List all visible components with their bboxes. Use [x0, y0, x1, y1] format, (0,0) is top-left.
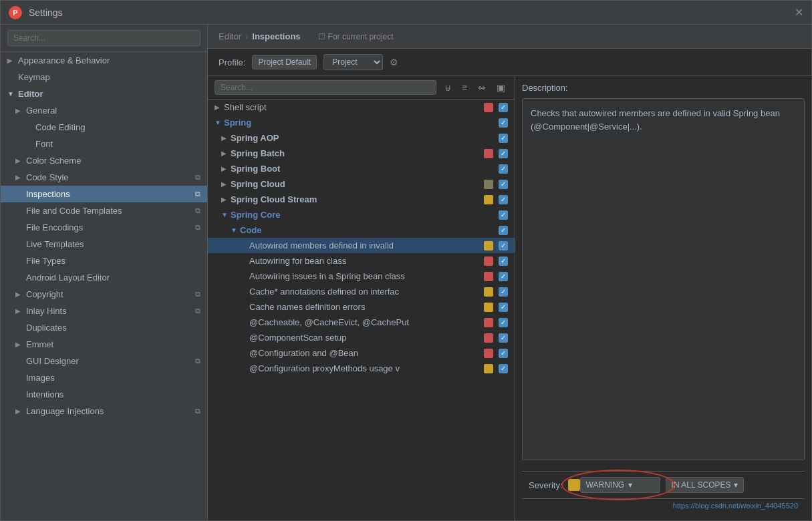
severity-row: Severity: WARNING ▾ IN ALL SCOPES [522, 471, 805, 498]
profile-gear-icon[interactable]: ⚙ [390, 57, 398, 67]
tree-item-spring-boot[interactable]: ▶ Spring Boot [208, 161, 515, 176]
tree-item-label: Cache* annotations defined on interfac [249, 287, 484, 297]
tree-checkbox[interactable] [499, 287, 508, 297]
tree-item-cacheable[interactable]: @Cacheable, @CacheEvict, @CachePut [208, 315, 515, 330]
tree-checkbox[interactable] [499, 149, 508, 158]
copy-icon: ⧉ [195, 206, 200, 215]
sidebar-item-android-layout[interactable]: Android Layout Editor [1, 269, 207, 286]
footer-link[interactable]: https://blog.csdn.net/weixin_44045520 [673, 502, 798, 510]
sidebar-item-appearance[interactable]: ▶ Appearance & Behavior [1, 52, 207, 69]
tree-item-cache-annotations[interactable]: Cache* annotations defined on interfac [208, 284, 515, 299]
tree-item-code[interactable]: ▼ Code [208, 222, 515, 238]
sidebar-item-inspections[interactable]: Inspections ⧉ [1, 186, 207, 202]
sidebar-item-emmet[interactable]: ▶ Emmet [1, 336, 207, 353]
expand-arrow: ▶ [15, 157, 22, 164]
sidebar-item-intentions[interactable]: Intentions [1, 386, 207, 403]
tree-checkbox[interactable] [499, 272, 508, 281]
severity-indicator [484, 241, 493, 250]
expand-arrow: ▼ [7, 90, 14, 98]
sidebar-item-label: Emmet [26, 339, 200, 349]
tree-checkbox[interactable] [499, 256, 508, 266]
tree-item-spring-batch[interactable]: ▶ Spring Batch [208, 146, 515, 161]
tree-item-spring-core[interactable]: ▼ Spring Core [208, 207, 515, 222]
sidebar-item-keymap[interactable]: Keymap [1, 69, 207, 85]
expand-arrow [15, 391, 22, 398]
tree-item-component-scan[interactable]: @ComponentScan setup [208, 330, 515, 345]
tree-item-spring-cloud[interactable]: ▶ Spring Cloud [208, 176, 515, 192]
expand-all-button[interactable]: ≡ [459, 81, 470, 94]
sidebar-item-duplicates[interactable]: Duplicates [1, 319, 207, 336]
sidebar-item-label: Android Layout Editor [26, 273, 200, 283]
tree-checkbox[interactable] [499, 180, 508, 189]
sidebar-item-color-scheme[interactable]: ▶ Color Scheme [1, 152, 207, 169]
sidebar-item-file-code-templates[interactable]: File and Code Templates ⧉ [1, 202, 207, 219]
main-content: ▶ Appearance & Behavior Keymap ▼ Editor … [1, 25, 811, 520]
sidebar-item-images[interactable]: Images [1, 369, 207, 386]
tree-item-configuration-bean[interactable]: @Configuration and @Bean [208, 345, 515, 361]
tree-item-spring-aop[interactable]: ▶ Spring AOP [208, 130, 515, 146]
tree-checkbox[interactable] [499, 134, 508, 143]
tree-checkbox[interactable] [499, 195, 508, 204]
tree-checkbox[interactable] [499, 364, 508, 373]
tree-checkbox[interactable] [499, 226, 508, 235]
tree-checkbox[interactable] [499, 103, 508, 112]
tree-item-autowiring-issues[interactable]: Autowiring issues in a Spring bean class [208, 269, 515, 284]
filter-button[interactable]: ⊎ [442, 81, 454, 94]
tree-checkbox[interactable] [499, 164, 508, 174]
tree-checkbox[interactable] [499, 349, 508, 358]
tree-item-configuration-proxy[interactable]: @Configuration proxyMethods usage v [208, 361, 515, 376]
expand-arrow [25, 124, 31, 131]
group-button[interactable]: ▣ [494, 81, 508, 94]
breadcrumb: Editor › Inspections ☐ For current proje… [208, 25, 811, 49]
breadcrumb-project: ☐ For current project [318, 32, 394, 41]
sidebar-search-container [1, 25, 207, 52]
collapse-all-button[interactable]: ⇔ [475, 81, 489, 94]
sidebar-item-live-templates[interactable]: Live Templates [1, 236, 207, 252]
severity-indicator [484, 103, 493, 112]
tree-item-spring-cloud-stream[interactable]: ▶ Spring Cloud Stream [208, 192, 515, 207]
tree-item-label: Spring Batch [231, 148, 484, 158]
tree-expand-arrow [240, 242, 249, 249]
tree-checkbox[interactable] [499, 318, 508, 327]
copy-icon: ⧉ [195, 357, 200, 365]
sidebar-item-gui-designer[interactable]: GUI Designer ⧉ [1, 353, 207, 369]
tree-item-cache-names[interactable]: Cache names definition errors [208, 299, 515, 315]
tree-expand-arrow [240, 257, 249, 265]
in-all-scopes-button[interactable]: IN ALL SCOPES ▾ [666, 477, 744, 493]
severity-dropdown[interactable]: WARNING ▾ [580, 477, 660, 493]
tree-item-spring[interactable]: ▼ Spring [208, 115, 515, 130]
sidebar-item-file-encodings[interactable]: File Encodings ⧉ [1, 219, 207, 236]
severity-indicator [484, 287, 493, 297]
tree-checkbox[interactable] [499, 241, 508, 250]
sidebar-item-code-style[interactable]: ▶ Code Style ⧉ [1, 169, 207, 186]
sidebar-search-input[interactable] [7, 30, 200, 46]
tree-item-autowired-invalid[interactable]: Autowired members defined in invalid [208, 238, 515, 253]
expand-arrow [15, 324, 22, 331]
tree-expand-arrow [240, 319, 249, 326]
sidebar-item-editor[interactable]: ▼ Editor [1, 85, 207, 102]
sidebar-item-language-injections[interactable]: ▶ Language Injections ⧉ [1, 403, 207, 419]
sidebar-item-inlay-hints[interactable]: ▶ Inlay Hints ⧉ [1, 303, 207, 319]
tree-expand-arrow: ▶ [221, 134, 231, 142]
close-button[interactable]: ✕ [795, 6, 803, 19]
tree-item-autowiring-bean[interactable]: Autowiring for bean class [208, 253, 515, 269]
expand-arrow [15, 257, 22, 265]
sidebar-item-label: Appearance & Behavior [18, 55, 200, 65]
tree-checkbox[interactable] [499, 333, 508, 343]
sidebar-item-label: File Types [26, 256, 200, 266]
tree-checkbox[interactable] [499, 303, 508, 312]
tree-item-shell-script[interactable]: ▶ Shell script [208, 100, 515, 115]
dropdown-arrow-icon: ▾ [628, 480, 632, 490]
sidebar-item-font[interactable]: Font [1, 136, 207, 152]
sidebar-item-code-editing[interactable]: Code Editing [1, 119, 207, 136]
tree-item-label: Spring AOP [231, 133, 496, 143]
tree-checkbox[interactable] [499, 210, 508, 220]
tree-checkbox[interactable] [499, 118, 508, 128]
sidebar-item-general[interactable]: ▶ General [1, 102, 207, 119]
profile-type-select[interactable]: Project Default [323, 54, 383, 70]
tree-item-label: Cache names definition errors [249, 302, 484, 312]
sidebar-item-file-types[interactable]: File Types [1, 252, 207, 269]
sidebar-item-copyright[interactable]: ▶ Copyright ⧉ [1, 286, 207, 303]
sidebar: ▶ Appearance & Behavior Keymap ▼ Editor … [1, 25, 208, 520]
inspections-search-input[interactable] [215, 80, 436, 95]
